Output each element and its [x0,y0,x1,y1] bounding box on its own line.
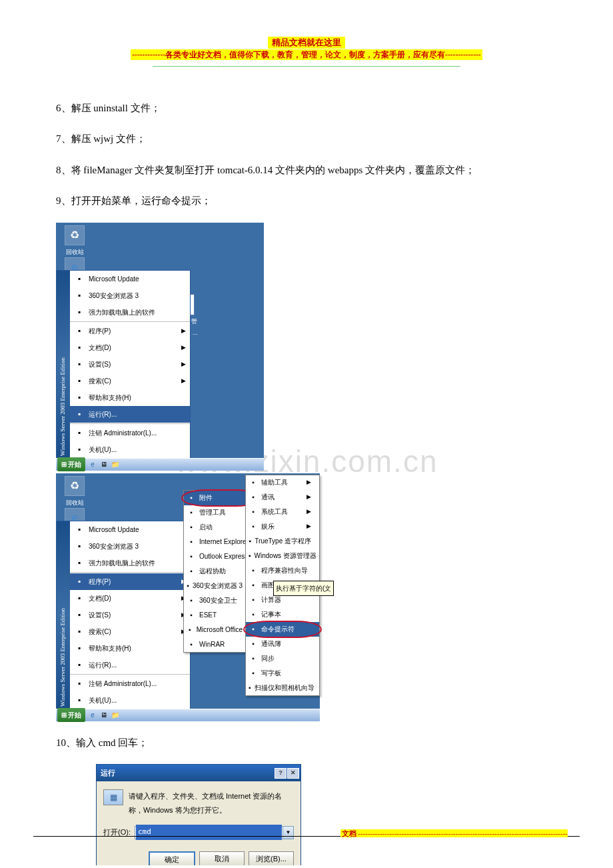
desktop-quicklaunch-icon[interactable]: 🖥 [99,460,109,469]
menu-item[interactable]: ▪记事本 [246,607,319,622]
menu-item[interactable]: ▪通讯簿 [246,637,319,651]
ok-button[interactable]: 确定 [149,851,195,865]
menu-item-label: Microsoft Update [89,523,139,536]
recycle-bin-icon[interactable]: ♻ 回收站 [60,476,89,509]
ie-quicklaunch-icon[interactable]: e [88,711,97,720]
menu-item[interactable]: ▪扫描仪和照相机向导 [246,681,319,695]
menu-item[interactable]: ▪强力卸载电脑上的软件 [70,555,190,571]
menu-item-icon: ▪ [74,342,85,353]
menu-item-icon: ▪ [74,541,85,551]
menu-item-label: 启动 [199,521,213,533]
menu-item-label: Microsoft Update [89,273,139,285]
desktop-quicklaunch-icon[interactable]: 🖥 [99,711,109,720]
menu-item-icon: ▪ [74,325,85,336]
menu-item[interactable]: ▪Microsoft Update [70,521,190,538]
menu-item-label: 附件 [199,491,213,504]
menu-item[interactable]: ▪通讯▶ [246,490,319,505]
quicklaunch: e 🖥 📁 [88,711,120,720]
menu-item-icon: ▪ [74,557,85,568]
recycle-bin-icon[interactable]: ♻ 回收站 [60,225,89,258]
menu-item[interactable]: ▪设置(S)▶ [70,607,190,623]
menu-item-icon: ▪ [249,493,258,502]
menu-item-label: 关机(U)... [89,694,117,707]
document-body: 6、解压 uninstall 文件； 7、解压 wjwj 文件； 8、将 fil… [33,71,580,865]
menu-item-label: TrueType 造字程序 [255,535,311,547]
menu-item-icon: ▪ [187,508,196,517]
menu-item[interactable]: ▪搜索(C)▶ [70,373,190,389]
menu-item[interactable]: ▪写字板 [246,666,319,681]
menu-item-label: 帮助和支持(H) [89,642,131,655]
menu-item[interactable]: ▪注销 Administrator(L)... [70,425,190,441]
menu-item-icon: ▪ [74,290,85,301]
menu-item[interactable]: ▪文档(D)▶ [70,590,190,607]
menu-item-label: 文档(D) [89,592,111,605]
menu-item[interactable]: ▪同步 [246,651,319,666]
menu-item[interactable]: ▪关机(U)... [70,692,190,709]
step-10: 10、输入 cmd 回车； [56,733,580,753]
cancel-button[interactable]: 取消 [199,851,245,865]
menu-item-label: 360安全浏览器 3 [89,540,139,553]
menu-item-label: 360安全卫士 [199,594,237,607]
header-subtitle: -------------各类专业好文档，值得你下载，教育，管理，论文，制度，方… [131,49,482,60]
menu-item-icon: ▪ [74,626,85,637]
taskbar: ⊞开始 e 🖥 📁 [56,458,264,471]
explorer-quicklaunch-icon[interactable]: 📁 [111,711,120,720]
menu-item[interactable]: ▪关机(U)... [70,441,190,458]
menu-item-icon: ▪ [74,678,85,689]
start-button[interactable]: ⊞开始 [57,708,85,722]
menu-item-label: 程序(P) [89,325,111,337]
menu-item-label: 写字板 [261,667,281,679]
menu-item[interactable]: ▪程序(P)▶ [70,323,190,339]
menu-item[interactable]: ▪360安全浏览器 3 [70,287,190,304]
screenshot-programs-accessories: ♻ 回收站 e Internet Explorer W 目资料管理系统 ... … [56,473,580,721]
menu-item-icon: ▪ [249,595,258,605]
menu-item[interactable]: ▪娱乐▶ [246,519,319,534]
chevron-right-icon: ▶ [181,359,186,370]
menu-item[interactable]: ▪文档(D)▶ [70,339,190,356]
menu-item[interactable]: ▪帮助和支持(H) [70,389,190,406]
menu-item-icon: ▪ [187,523,196,532]
menu-item-label: 画图 [261,579,275,591]
close-button[interactable]: ✕ [287,768,299,779]
menu-item[interactable]: ▪Windows 资源管理器 [246,549,319,563]
menu-item-label: 360安全浏览器 3 [193,579,243,592]
menu-item-icon: ▪ [74,593,85,603]
menu-item-label: 管理工具 [199,506,226,519]
browse-button[interactable]: 浏览(B)... [249,851,294,865]
menu-item[interactable]: ▪辅助工具▶ [246,475,319,490]
menu-item[interactable]: ▪运行(R)... [70,406,190,423]
menu-item[interactable]: ▪设置(S)▶ [70,356,190,373]
menu-item[interactable]: ▪搜索(C)▶ [70,623,190,640]
menu-item[interactable]: ▪Microsoft Update [70,271,190,287]
help-button[interactable]: ? [275,768,287,779]
menu-item[interactable]: ▪系统工具▶ [246,505,319,519]
menu-item-icon: ▪ [74,273,85,284]
explorer-quicklaunch-icon[interactable]: 📁 [111,460,120,469]
menu-item[interactable]: ▪运行(R)... [70,657,190,673]
menu-item-label: 设置(S) [89,358,111,371]
menu-item[interactable]: ▪注销 Administrator(L)... [70,675,190,692]
menu-item[interactable]: ▪程序兼容性向导 [246,563,319,578]
menu-item-label: 远程协助 [199,565,226,577]
ie-quicklaunch-icon[interactable]: e [88,460,97,469]
menu-item-icon: ▪ [249,478,258,487]
menu-item[interactable]: ▪360安全浏览器 3 [70,538,190,555]
start-menu: Windows Server 2003 Enterprise Edition ▪… [56,270,191,459]
menu-item-label: Microsoft Office [197,623,243,636]
menu-item-label: 搜索(C) [89,375,111,387]
menu-item[interactable]: ▪命令提示符 [246,622,319,637]
menu-item[interactable]: ▪TrueType 造字程序 [246,534,319,549]
taskbar: ⊞开始 e 🖥 📁 [56,709,320,721]
menu-item-label: 运行(R)... [89,408,117,421]
start-banner: Windows Server 2003 Enterprise Edition [57,271,70,458]
menu-item-label: 通讯 [261,491,275,503]
menu-item[interactable]: ▪强力卸载电脑上的软件 [70,304,190,321]
menu-item-icon: ▪ [187,611,196,620]
menu-item-icon: ▪ [249,654,258,663]
menu-item-icon: ▪ [74,444,85,455]
menu-item-label: 注销 Administrator(L)... [89,427,157,439]
start-button[interactable]: ⊞开始 [57,457,85,471]
menu-item[interactable]: ▪帮助和支持(H) [70,640,190,657]
start-menu: Windows Server 2003 Enterprise Edition ▪… [56,521,191,709]
menu-item[interactable]: ▪程序(P)▶ [70,573,190,590]
